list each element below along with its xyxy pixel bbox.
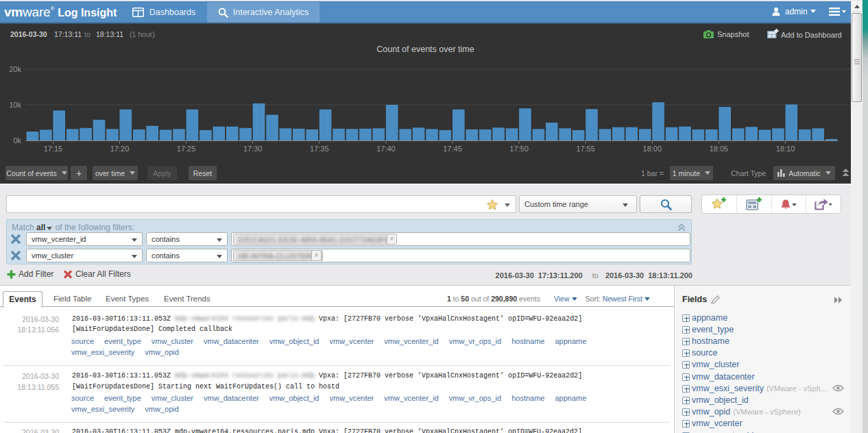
svg-text:18:00: 18:00 <box>643 145 662 153</box>
svg-text:17:20: 17:20 <box>110 145 130 153</box>
svg-text:18:05: 18:05 <box>710 145 729 153</box>
svg-text:17:15: 17:15 <box>44 145 63 153</box>
svg-text:17:25: 17:25 <box>177 145 196 153</box>
svg-text:17:35: 17:35 <box>310 145 329 153</box>
svg-text:10k: 10k <box>9 101 21 109</box>
svg-text:20k: 20k <box>9 65 21 73</box>
svg-text:0k: 0k <box>13 136 21 145</box>
svg-text:17:45: 17:45 <box>443 145 462 153</box>
svg-text:18:10: 18:10 <box>776 145 795 153</box>
svg-text:17:55: 17:55 <box>576 145 595 153</box>
svg-text:17:30: 17:30 <box>243 145 263 153</box>
svg-text:17:50: 17:50 <box>509 145 529 153</box>
svg-text:17:40: 17:40 <box>376 145 396 153</box>
